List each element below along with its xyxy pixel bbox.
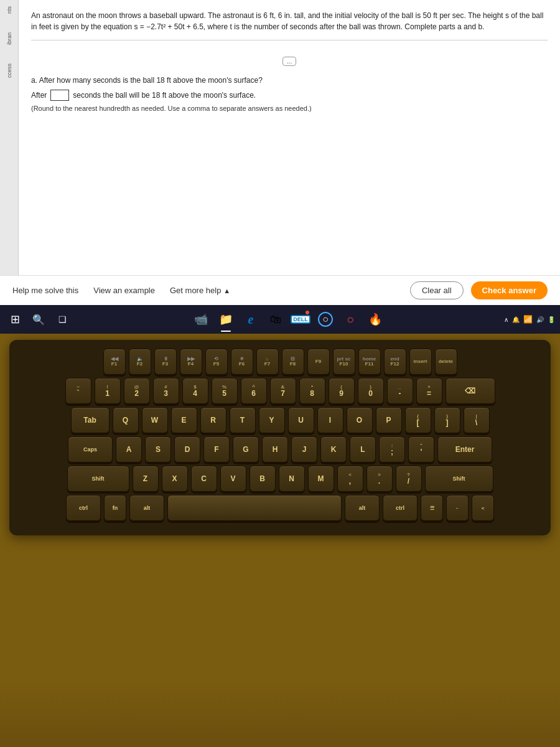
key-a[interactable]: A [116, 436, 142, 463]
key-slash[interactable]: ?/ [396, 466, 422, 492]
key-period[interactable]: >. [366, 466, 393, 492]
windows-start-button[interactable]: ⊞ [5, 309, 25, 329]
key-right-alt[interactable]: alt [345, 495, 380, 521]
key-m[interactable]: M [308, 466, 334, 492]
key-comma[interactable]: <, [337, 466, 363, 492]
folder-app-button[interactable]: 📁 [215, 308, 237, 331]
volume-icon[interactable]: 🔊 [536, 316, 544, 323]
key-l[interactable]: L [350, 436, 376, 463]
key-d[interactable]: D [174, 436, 200, 463]
key-k[interactable]: K [320, 436, 347, 463]
key-3[interactable]: #3 [153, 378, 179, 404]
expand-button[interactable]: ... [282, 57, 296, 66]
key-w[interactable]: W [142, 407, 168, 433]
key-p[interactable]: P [376, 407, 402, 433]
key-capslock[interactable]: Caps [68, 436, 113, 463]
key-quote[interactable]: "' [408, 436, 434, 463]
key-e[interactable]: E [171, 407, 197, 433]
action-bar-left: Help me solve this View an example Get m… [12, 286, 391, 295]
check-answer-button[interactable]: Check answer [471, 281, 548, 299]
key-n[interactable]: N [279, 466, 305, 492]
key-backslash[interactable]: |\ [464, 407, 490, 433]
key-h[interactable]: H [262, 436, 288, 463]
clear-all-button[interactable]: Clear all [410, 281, 464, 299]
key-y[interactable]: Y [259, 407, 285, 433]
key-f9[interactable]: F9 [307, 349, 330, 375]
key-1[interactable]: !1 [95, 378, 121, 404]
key-tab[interactable]: Tab [71, 407, 110, 433]
key-z[interactable]: Z [133, 466, 159, 492]
app-button-3[interactable]: 🔥 [364, 308, 386, 331]
key-right-ctrl[interactable]: ctrl [383, 495, 418, 521]
key-9[interactable]: (9 [329, 378, 355, 404]
key-b[interactable]: B [250, 466, 276, 492]
key-c[interactable]: C [191, 466, 217, 492]
key-f8[interactable]: ⊟F8 [282, 349, 304, 375]
chevron-up-icon[interactable]: ∧ [504, 316, 508, 323]
key-f2[interactable]: 🔈F2 [129, 349, 151, 375]
get-more-help-button[interactable]: Get more help ▲ [170, 286, 230, 295]
key-q[interactable]: Q [113, 407, 139, 433]
key-menu[interactable]: ☰ [421, 495, 443, 521]
key-minus[interactable]: _- [387, 378, 413, 404]
key-right-arrow[interactable]: < [472, 495, 494, 521]
key-i[interactable]: I [317, 407, 343, 433]
task-view-button[interactable]: ❏ [52, 309, 72, 329]
key-f1[interactable]: ◀◀F1 [103, 349, 126, 375]
battery-icon[interactable]: 🔋 [548, 316, 555, 323]
key-r[interactable]: R [200, 407, 226, 433]
key-backspace[interactable]: ⌫ [446, 378, 495, 404]
key-left-shift[interactable]: Shift [67, 466, 129, 492]
key-f10[interactable]: prt scF10 [333, 349, 355, 375]
key-o[interactable]: O [347, 407, 373, 433]
meet-app-button[interactable]: 📹 [190, 308, 212, 331]
key-f6[interactable]: ☀F6 [231, 349, 253, 375]
key-0[interactable]: )0 [358, 378, 384, 404]
app-button-2[interactable]: ○ [339, 308, 362, 331]
wifi-icon[interactable]: 📶 [523, 315, 533, 324]
key-x[interactable]: X [162, 466, 188, 492]
key-delete[interactable]: delete [435, 349, 457, 375]
key-t[interactable]: T [230, 407, 256, 433]
help-me-solve-button[interactable]: Help me solve this [12, 286, 78, 295]
store-app-button[interactable]: 🛍 [264, 308, 287, 331]
answer-input[interactable] [50, 90, 69, 101]
key-prtsc[interactable]: insert [409, 349, 432, 375]
dell-app-button[interactable]: DELL [289, 308, 312, 331]
key-rbracket[interactable]: }] [434, 407, 460, 433]
key-6[interactable]: ^6 [241, 378, 267, 404]
key-5[interactable]: %5 [212, 378, 238, 404]
key-semicolon[interactable]: :; [379, 436, 405, 463]
key-enter[interactable]: Enter [437, 436, 492, 463]
key-fn-key[interactable]: fn [104, 495, 126, 521]
key-8[interactable]: *8 [299, 378, 325, 404]
key-backtick[interactable]: ~` [65, 378, 91, 404]
key-f12[interactable]: endF12 [384, 349, 406, 375]
key-v[interactable]: V [220, 466, 246, 492]
key-g[interactable]: G [233, 436, 259, 463]
key-right-shift[interactable]: Shift [425, 466, 493, 492]
key-lbracket[interactable]: {[ [405, 407, 431, 433]
key-space[interactable] [167, 495, 342, 521]
view-example-button[interactable]: View an example [93, 286, 155, 295]
app-button-1[interactable]: ○ [314, 308, 337, 331]
key-2[interactable]: @2 [124, 378, 150, 404]
key-7[interactable]: &7 [270, 378, 296, 404]
key-left-ctrl[interactable]: ctrl [66, 495, 101, 521]
key-f11[interactable]: homeF11 [358, 349, 381, 375]
key-f5[interactable]: ⟲F5 [205, 349, 228, 375]
notification-bell-icon[interactable]: 🔔 [512, 316, 520, 323]
key-f[interactable]: F [203, 436, 230, 463]
key-u[interactable]: U [288, 407, 314, 433]
key-s[interactable]: S [145, 436, 171, 463]
search-button[interactable]: 🔍 [29, 309, 49, 329]
key-left-alt[interactable]: alt [129, 495, 164, 521]
key-f7[interactable]: ☼F7 [256, 349, 279, 375]
key-f4[interactable]: ▶▶F4 [180, 349, 202, 375]
key-4[interactable]: $4 [182, 378, 208, 404]
key-j[interactable]: J [291, 436, 317, 463]
key-left-arrow[interactable]: ← [446, 495, 469, 521]
key-equals[interactable]: += [416, 378, 442, 404]
edge-app-button[interactable]: e [240, 308, 262, 331]
key-f3[interactable]: ⏸F3 [154, 349, 177, 375]
